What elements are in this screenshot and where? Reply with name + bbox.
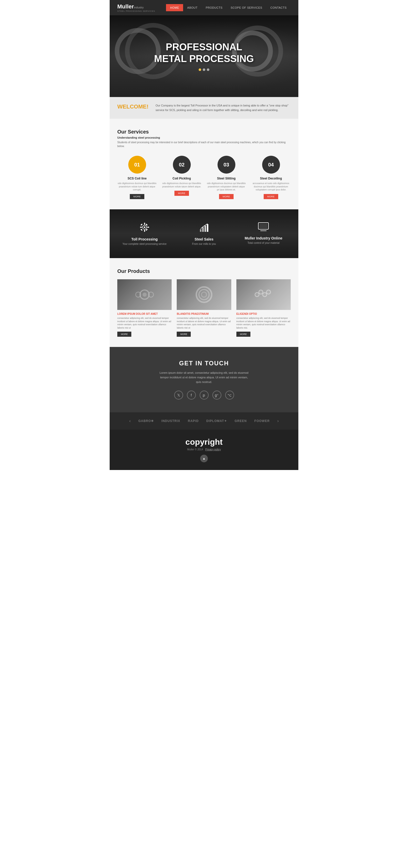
footer-copyright: Muller © 2014 Privacy policy: [117, 448, 291, 451]
svg-point-26: [259, 290, 263, 294]
steel-sales-icon: [177, 222, 231, 235]
product-card-1: LOREM IPSUM DOLOR SIT AMET consectetur a…: [117, 279, 172, 337]
nav-about[interactable]: ABOUT: [183, 4, 201, 11]
partners-section: ‹ GABRO❈ INDUSTRIX RAPID DIPLOMAT✦ green…: [110, 412, 298, 430]
banner-subtitle-1: Your complete steel processing service: [117, 243, 172, 245]
service-number-2: 02: [173, 156, 191, 174]
twitter-icon[interactable]: 𝕏: [174, 391, 183, 400]
banner-title-1: Toll Processing: [117, 237, 172, 241]
svg-rect-5: [147, 227, 149, 228]
svg-point-27: [263, 292, 267, 297]
hero-text: PROFESSIONAL METAL PROCESSING: [154, 41, 254, 71]
product-card-3: ELIGENDI OPTIO consectetur adipiscing el…: [236, 279, 291, 337]
svg-rect-6: [140, 224, 142, 226]
banner-title-2: Steel Sales: [177, 237, 231, 241]
services-subtitle: Understanding steel processing: [117, 136, 291, 139]
product-more-button-2[interactable]: MORE: [177, 332, 191, 337]
svg-rect-3: [144, 230, 145, 232]
service-card-4: 04 Steel Decoiling accusamus et iusto od…: [251, 156, 291, 199]
service-number-3: 03: [217, 156, 235, 174]
banner-subtitle-2: From our mills to you: [177, 243, 231, 245]
svg-point-1: [144, 226, 145, 228]
carousel-dot-3[interactable]: [207, 68, 209, 71]
service-card-1: 01 SCS Coil line odo digitissimos ducimu…: [117, 156, 157, 199]
svg-point-24: [201, 292, 207, 297]
product-desc-1: consectetur adipiscing elit, sed do eius…: [117, 316, 172, 329]
github-icon[interactable]: ⌥: [225, 391, 234, 400]
service-name-1: SCS Coil line: [128, 177, 147, 180]
partner-logo-4: DIPLOMAT✦: [206, 419, 227, 423]
svg-rect-11: [202, 227, 204, 232]
googleplus-icon[interactable]: g⁺: [212, 391, 222, 400]
hero-title-line1: PROFESSIONAL: [154, 41, 254, 53]
products-grid: LOREM IPSUM DOLOR SIT AMET consectetur a…: [117, 279, 291, 337]
svg-rect-9: [140, 229, 142, 231]
partner-logo-1: GABRO❈: [138, 419, 154, 423]
logo: Mullerindustry STEEL PROCESSING SERVICES: [117, 3, 166, 12]
product-link-1[interactable]: LOREM IPSUM DOLOR SIT AMET: [117, 312, 172, 315]
svg-rect-13: [207, 224, 208, 232]
product-link-2[interactable]: BLANDITIS PRAESTINIUM: [177, 312, 231, 315]
logo-tagline: STEEL PROCESSING SERVICES: [117, 10, 166, 12]
svg-rect-12: [205, 226, 206, 232]
svg-rect-10: [200, 229, 201, 232]
logo-sub-text: industry: [134, 6, 144, 9]
product-image-2: [177, 279, 231, 310]
service-desc-2: odo digitissimos ducimus qui blanditiis …: [162, 182, 201, 188]
product-more-button-3[interactable]: MORE: [236, 332, 250, 337]
products-title: Our Products: [117, 268, 291, 274]
carousel-dot-2[interactable]: [203, 68, 205, 71]
nav-scope[interactable]: SCOPE OF SERVICES: [227, 4, 266, 11]
service-name-3: Steel Slitting: [217, 177, 236, 180]
svg-point-25: [255, 292, 259, 297]
main-nav: HOME ABOUT PRODUCTS SCOPE OF SERVICES CO…: [166, 4, 291, 11]
logo-main-text: Muller: [117, 3, 134, 10]
svg-rect-4: [140, 227, 142, 228]
partner-logo-5: green: [235, 419, 247, 423]
privacy-policy-link[interactable]: Privacy policy: [205, 448, 221, 451]
svg-rect-15: [259, 224, 268, 228]
services-desc: Students of steel processing may be inte…: [117, 141, 291, 148]
product-desc-3: consectetur adipiscing elit, sed do eius…: [236, 316, 291, 329]
nav-home[interactable]: HOME: [166, 4, 183, 11]
service-name-2: Coil Pickling: [172, 177, 191, 180]
product-more-button-1[interactable]: MORE: [117, 332, 131, 337]
service-card-3: 03 Steel Slitting odo digitissimos ducim…: [207, 156, 246, 199]
service-desc-1: odo digitissimos ducimus qui blanditiis …: [117, 182, 157, 191]
partners-prev-arrow[interactable]: ‹: [129, 419, 131, 423]
banner-item-2: Steel Sales From our mills to you: [177, 222, 231, 245]
service-desc-4: accusamus et iusto odo digitissimos duci…: [251, 182, 291, 191]
toll-processing-icon: [117, 222, 172, 235]
partners-next-arrow[interactable]: ›: [277, 419, 279, 423]
service-more-button-2[interactable]: MORE: [174, 191, 189, 196]
service-more-button-1[interactable]: MORE: [130, 194, 144, 199]
hero-title-line2: METAL PROCESSING: [154, 53, 254, 65]
banner-item-3: Muller Industry Online Total control of …: [236, 222, 291, 245]
services-section: Our Services Understanding steel process…: [110, 119, 298, 209]
svg-point-28: [267, 290, 271, 294]
dark-banner-section: Toll Processing Your complete steel proc…: [110, 209, 298, 258]
svg-point-23: [199, 289, 209, 300]
products-section: Our Products LOREM IPSUM DOLOR SIT AMET …: [110, 258, 298, 347]
product-desc-2: consectetur adipiscing elit, sed do eius…: [177, 316, 231, 329]
pinterest-icon[interactable]: 𝕡: [200, 391, 209, 400]
contact-title: GET IN TOUCH: [117, 360, 291, 367]
nav-products[interactable]: PRODUCTS: [202, 4, 227, 11]
svg-rect-2: [144, 223, 145, 225]
footer: copyright Muller © 2014 Privacy policy ▲: [110, 430, 298, 470]
contact-section: GET IN TOUCH Lorem ipsum dolor sit amet,…: [110, 347, 298, 412]
scroll-to-top-button[interactable]: ▲: [200, 455, 208, 462]
nav-contacts[interactable]: CONTACTS: [266, 4, 291, 11]
service-more-button-4[interactable]: MORE: [264, 194, 278, 199]
service-more-button-3[interactable]: MORE: [219, 194, 234, 199]
contact-desc: Lorem ipsum dolor sit amet, consectetur …: [158, 371, 250, 384]
services-title: Our Services: [117, 129, 291, 135]
service-card-2: 02 Coil Pickling odo digitissimos ducimu…: [162, 156, 201, 199]
hero-carousel-dots: [154, 68, 254, 71]
hero-title: PROFESSIONAL METAL PROCESSING: [154, 41, 254, 65]
product-card-2: BLANDITIS PRAESTINIUM consectetur adipis…: [177, 279, 231, 337]
service-number-4: 04: [262, 156, 280, 174]
carousel-dot-1[interactable]: [199, 68, 201, 71]
product-link-3[interactable]: ELIGENDI OPTIO: [236, 312, 291, 315]
facebook-icon[interactable]: f: [187, 391, 196, 400]
